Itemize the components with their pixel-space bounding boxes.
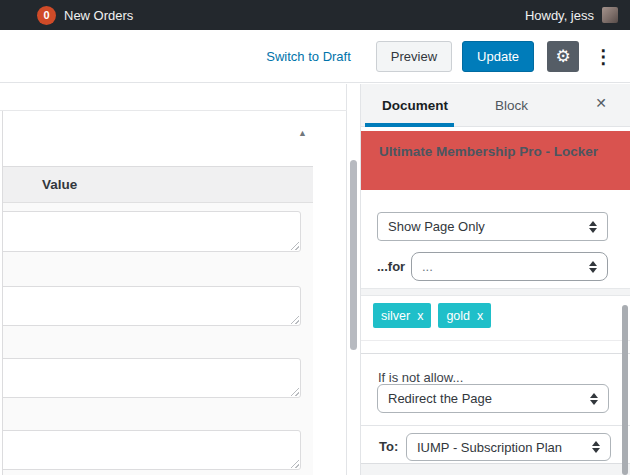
tab-block[interactable]: Block bbox=[495, 98, 528, 113]
howdy-user-menu[interactable]: Howdy, jess bbox=[525, 8, 594, 23]
redirect-to-select[interactable]: IUMP - Subscription Plan bbox=[406, 433, 611, 461]
table-body bbox=[3, 203, 313, 475]
new-orders-label[interactable]: New Orders bbox=[64, 8, 133, 23]
new-orders-menu[interactable]: 0 New Orders bbox=[37, 6, 133, 25]
switch-to-draft-link[interactable]: Switch to Draft bbox=[266, 49, 351, 64]
update-button[interactable]: Update bbox=[462, 41, 534, 72]
not-allow-action-select[interactable]: Redirect the Page bbox=[377, 384, 609, 413]
select-stepper-icon bbox=[592, 441, 600, 453]
value-textarea[interactable] bbox=[3, 358, 301, 398]
tag-remove-x[interactable]: x bbox=[477, 309, 483, 323]
divider bbox=[361, 425, 630, 426]
select-stepper-icon bbox=[589, 261, 597, 273]
select-stepper-icon bbox=[589, 221, 597, 233]
gear-icon: ⚙ bbox=[555, 46, 570, 67]
select-stepper-icon bbox=[590, 393, 598, 405]
divider bbox=[361, 353, 630, 354]
table-header-row: Value bbox=[3, 167, 313, 203]
value-textarea[interactable] bbox=[3, 211, 301, 252]
collapse-arrow-icon[interactable]: ▲ bbox=[298, 128, 307, 138]
iump-panel-header[interactable]: Ultimate Membership Pro - Locker bbox=[361, 131, 630, 190]
active-tab-underline bbox=[365, 123, 454, 127]
editor-canvas: ▲ Value bbox=[0, 84, 347, 475]
divider bbox=[361, 340, 630, 341]
admin-bar: 0 New Orders Howdy, jess bbox=[0, 0, 630, 30]
to-label: To: bbox=[379, 433, 398, 461]
tab-document[interactable]: Document bbox=[382, 98, 448, 113]
settings-sidebar: Document Block ✕ Ultimate Membership Pro… bbox=[360, 84, 630, 475]
main-scrollbar[interactable] bbox=[350, 160, 357, 350]
not-allow-label: If is not allow... bbox=[378, 370, 463, 385]
for-select-value: ... bbox=[422, 259, 581, 274]
editor-toolbar: Switch to Draft Preview Update ⚙ ⋮ bbox=[0, 30, 630, 83]
sidebar-scrollbar[interactable] bbox=[622, 305, 628, 475]
membership-tag[interactable]: silverx bbox=[373, 303, 431, 328]
for-label: ...for bbox=[377, 252, 405, 281]
more-options-kebab-button[interactable]: ⋮ bbox=[590, 47, 617, 66]
visibility-select[interactable]: Show Page Only bbox=[377, 212, 608, 241]
value-textarea[interactable] bbox=[3, 430, 301, 470]
value-textarea[interactable] bbox=[3, 286, 301, 326]
sidebar-tab-bar: Document Block ✕ bbox=[361, 84, 630, 127]
section-spacer bbox=[361, 288, 630, 296]
iump-panel-title: Ultimate Membership Pro - Locker bbox=[379, 144, 598, 159]
tag-label: gold bbox=[446, 309, 470, 323]
value-column-header: Value bbox=[42, 177, 77, 192]
membership-tag[interactable]: goldx bbox=[438, 303, 491, 328]
tags-list: silverxgoldx bbox=[373, 303, 498, 328]
kebab-icon: ⋮ bbox=[594, 46, 613, 67]
metabox-header: ▲ bbox=[3, 111, 313, 167]
sidebar-bottom-fill bbox=[361, 464, 630, 475]
tag-remove-x[interactable]: x bbox=[417, 309, 423, 323]
custom-fields-metabox: ▲ Value bbox=[2, 111, 313, 475]
close-icon[interactable]: ✕ bbox=[595, 95, 607, 111]
orders-count-badge[interactable]: 0 bbox=[37, 6, 56, 25]
redirect-to-value: IUMP - Subscription Plan bbox=[417, 440, 584, 455]
settings-gear-button[interactable]: ⚙ bbox=[547, 41, 579, 72]
avatar[interactable] bbox=[602, 7, 618, 23]
not-allow-action-value: Redirect the Page bbox=[388, 391, 582, 406]
tag-label: silver bbox=[381, 309, 410, 323]
visibility-select-value: Show Page Only bbox=[388, 219, 581, 234]
for-select[interactable]: ... bbox=[411, 252, 608, 281]
preview-button[interactable]: Preview bbox=[376, 41, 452, 72]
